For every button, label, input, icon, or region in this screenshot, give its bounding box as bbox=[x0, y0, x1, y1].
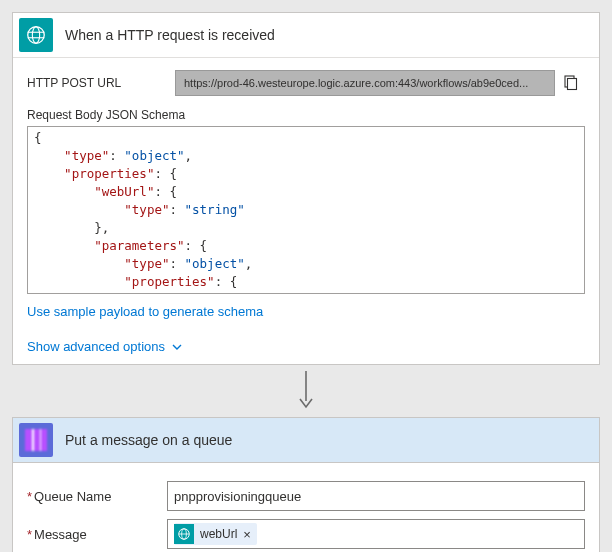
schema-editor[interactable]: { "type": "object", "properties": { "web… bbox=[27, 126, 585, 294]
message-label: *Message bbox=[27, 527, 167, 542]
queue-icon bbox=[19, 423, 53, 457]
copy-url-button[interactable] bbox=[555, 70, 585, 96]
queue-name-input[interactable]: pnpprovisioningqueue bbox=[167, 481, 585, 511]
copy-icon bbox=[562, 75, 578, 91]
token-label: webUrl bbox=[200, 527, 237, 541]
http-post-url-value[interactable]: https://prod-46.westeurope.logic.azure.c… bbox=[175, 70, 555, 96]
message-input[interactable]: webUrl × bbox=[167, 519, 585, 549]
http-icon bbox=[174, 524, 194, 544]
http-post-url-label: HTTP POST URL bbox=[27, 76, 175, 90]
http-trigger-title: When a HTTP request is received bbox=[53, 27, 275, 43]
use-sample-payload-link[interactable]: Use sample payload to generate schema bbox=[27, 304, 263, 319]
show-advanced-options-link[interactable]: Show advanced options bbox=[27, 339, 183, 354]
http-icon bbox=[19, 18, 53, 52]
flow-connector-arrow bbox=[0, 371, 612, 411]
chevron-down-icon bbox=[171, 341, 183, 353]
http-trigger-card: When a HTTP request is received HTTP POS… bbox=[12, 12, 600, 365]
weburl-token[interactable]: webUrl × bbox=[174, 523, 257, 545]
schema-label: Request Body JSON Schema bbox=[27, 108, 585, 122]
http-trigger-header[interactable]: When a HTTP request is received bbox=[13, 13, 599, 57]
svg-rect-5 bbox=[568, 79, 577, 90]
queue-action-title: Put a message on a queue bbox=[53, 432, 232, 448]
http-trigger-body: HTTP POST URL https://prod-46.westeurope… bbox=[13, 57, 599, 364]
svg-point-0 bbox=[28, 27, 45, 44]
queue-action-body: *Queue Name pnpprovisioningqueue *Messag… bbox=[13, 462, 599, 552]
token-remove-button[interactable]: × bbox=[241, 527, 253, 542]
queue-name-label: *Queue Name bbox=[27, 489, 167, 504]
queue-action-header[interactable]: Put a message on a queue bbox=[13, 418, 599, 462]
queue-action-card: Put a message on a queue *Queue Name pnp… bbox=[12, 417, 600, 552]
arrow-down-icon bbox=[296, 371, 316, 411]
svg-point-1 bbox=[32, 27, 39, 44]
